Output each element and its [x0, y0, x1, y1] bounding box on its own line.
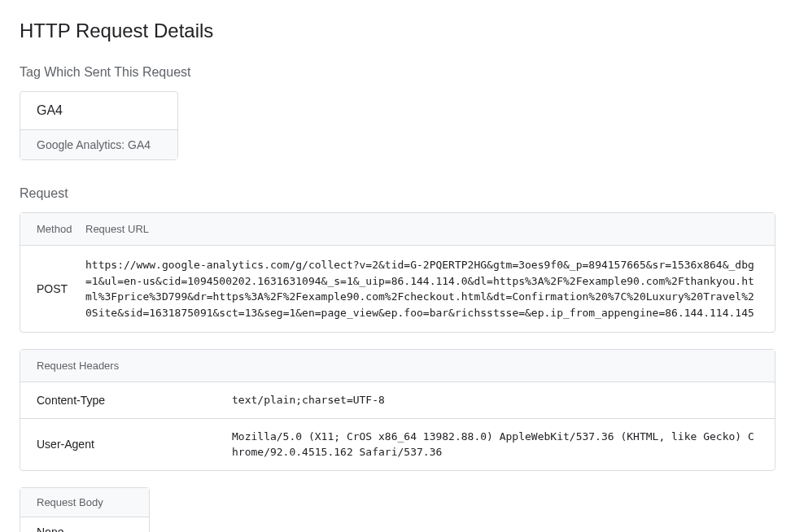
- request-headers-title: Request Headers: [20, 350, 775, 382]
- tag-section-heading: Tag Which Sent This Request: [20, 65, 775, 80]
- tag-card-title: GA4: [20, 92, 177, 129]
- header-row: User-Agent Mozilla/5.0 (X11; CrOS x86_64…: [20, 418, 775, 470]
- url-header: Request URL: [85, 223, 758, 235]
- method-header: Method: [37, 223, 85, 235]
- header-row: Content-Type text/plain;charset=UTF-8: [20, 382, 775, 418]
- request-section: Request Method Request URL POST https://…: [20, 186, 775, 532]
- header-key: Content-Type: [37, 392, 232, 408]
- request-body-title: Request Body: [20, 488, 149, 517]
- request-row: POST https://www.google-analytics.com/g/…: [20, 246, 775, 332]
- request-method: POST: [37, 257, 85, 321]
- request-table: Method Request URL POST https://www.goog…: [20, 212, 775, 333]
- request-section-heading: Request: [20, 186, 775, 201]
- header-value: text/plain;charset=UTF-8: [232, 392, 758, 408]
- header-value: Mozilla/5.0 (X11; CrOS x86_64 13982.88.0…: [232, 429, 758, 460]
- request-url: https://www.google-analytics.com/g/colle…: [85, 257, 758, 321]
- tag-card[interactable]: GA4 Google Analytics: GA4: [20, 91, 178, 160]
- request-headers-table: Request Headers Content-Type text/plain;…: [20, 349, 775, 471]
- header-key: User-Agent: [37, 429, 232, 460]
- request-body-value: None: [20, 517, 149, 533]
- tag-card-subtitle: Google Analytics: GA4: [20, 129, 177, 159]
- tag-section: Tag Which Sent This Request GA4 Google A…: [20, 65, 775, 186]
- page-title: HTTP Request Details: [20, 20, 775, 42]
- request-body-card: Request Body None: [20, 487, 150, 533]
- request-table-header: Method Request URL: [20, 213, 775, 246]
